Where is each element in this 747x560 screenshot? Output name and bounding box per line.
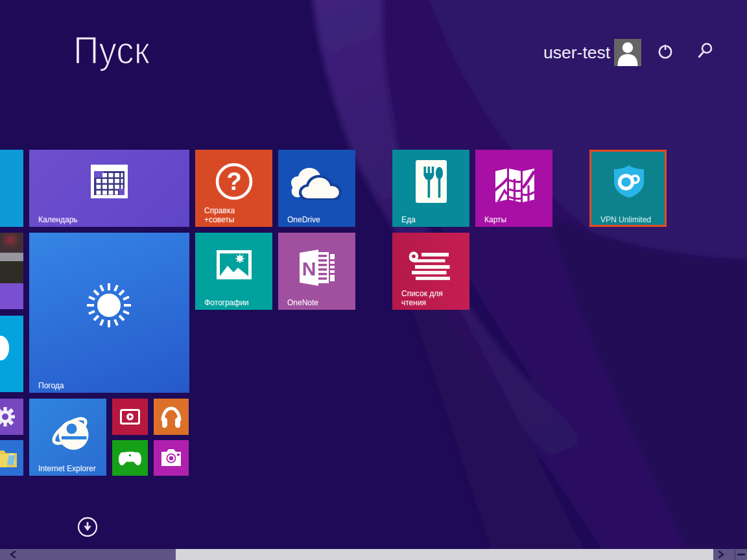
svg-text:N: N (302, 258, 316, 279)
svg-text:?: ? (226, 168, 241, 195)
